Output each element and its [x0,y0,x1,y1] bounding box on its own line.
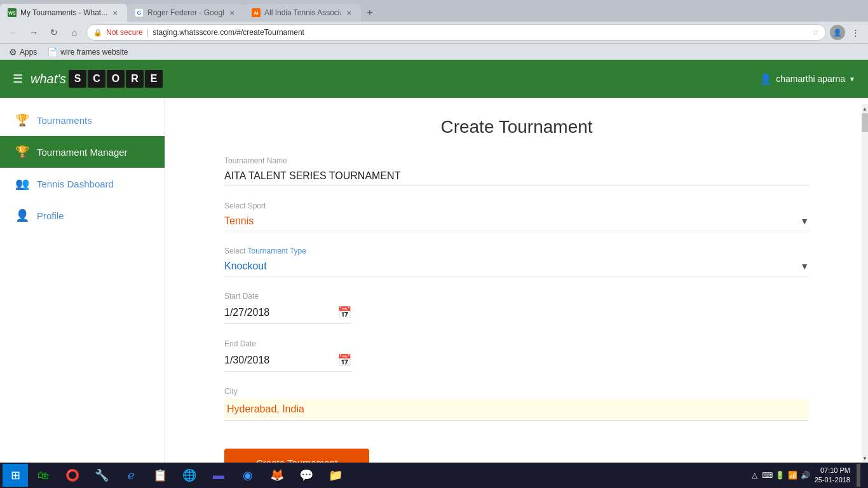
wireframes-bookmark[interactable]: 📄 wire frames website [43,46,132,58]
bookmarks-bar: ⚙ Apps 📄 wire frames website [0,43,868,60]
taskbar: ⊞ 🛍 ⭕ 🔧 ℯ 📋 🌐 ▬ ◉ 🦊 💬 [0,463,868,484]
end-date-label: End Date [224,339,809,348]
tab-label-3: All India Tennis Associati... [264,8,341,17]
taskbar-firefox-icon[interactable]: 🦊 [263,464,291,484]
reload-button[interactable]: ↻ [46,24,62,41]
city-value[interactable]: Hyderabad, India [224,398,809,421]
back-button[interactable]: ← [5,24,22,41]
logo-score: S C O R E [69,70,163,88]
sidebar-item-tournaments[interactable]: 🏆 Tournaments [0,104,165,136]
taskbar-app2-icon[interactable]: ◉ [234,464,262,484]
sport-select-wrapper[interactable]: Tennis ▼ [224,213,809,231]
end-date-value[interactable]: 1/30/2018 [224,355,337,366]
forward-button[interactable]: → [25,24,42,41]
sidebar-item-profile[interactable]: 👤 Profile [0,200,165,231]
sidebar-label-tennis-dashboard: Tennis Dashboard [37,179,114,189]
user-menu[interactable]: 👤 chamarthi aparna ▼ [759,73,855,85]
tab-close-2[interactable]: ✕ [227,8,236,17]
sidebar-label-tournaments: Tournaments [37,115,92,126]
top-nav: ☰ what's S C O R E 👤 chamarthi aparna ▼ [0,60,868,98]
chrome-icon: 🌐 [182,468,196,482]
show-desktop-button[interactable] [857,464,860,484]
main-layout: 🏆 Tournaments 🏆 Tournament Manager 👥 Ten… [0,98,868,484]
url-separator: | [147,28,149,37]
taskbar-opera-icon[interactable]: ⭕ [58,464,86,484]
logo-e: E [145,70,163,88]
not-secure-label: Not secure [106,28,143,37]
extensions-icon[interactable]: ⋮ [848,25,863,40]
taskbar-store-icon[interactable]: 🛍 [29,464,57,484]
taskbar-clip-icon[interactable]: 📋 [146,464,174,484]
tournaments-icon: 🏆 [15,113,29,127]
user-icon: 👤 [759,73,772,85]
end-date-calendar-icon[interactable]: 📅 [337,353,351,367]
wireframes-label: wire frames website [60,48,128,57]
tournament-name-label: Tournament Name [224,156,809,165]
tab-google[interactable]: G Roger Federer - Google... ✕ [127,4,244,22]
start-button[interactable]: ⊞ [3,464,28,484]
taskbar-folder-icon[interactable]: 📁 [322,464,349,484]
scrollbar[interactable]: ▲ ▼ [862,104,868,463]
hamburger-menu[interactable]: ☰ [13,73,23,85]
sidebar-item-tennis-dashboard[interactable]: 👥 Tennis Dashboard [0,168,165,200]
tab-favicon-1: WS [8,8,17,17]
city-field: City Hyderabad, India [224,387,809,421]
tab-close-3[interactable]: ✕ [344,8,353,17]
bookmark-star-icon[interactable]: ☆ [812,28,819,37]
taskbar-clock[interactable]: 07:10 PM 25-01-2018 [815,466,850,484]
taskbar-app1-icon[interactable]: ▬ [205,464,233,484]
tab-label-1: My Tournaments - What... [20,8,107,17]
logo-r: R [126,70,144,88]
tournament-manager-icon: 🏆 [15,145,29,159]
taskbar-icons: 🛍 ⭕ 🔧 ℯ 📋 🌐 ▬ ◉ 🦊 💬 📁 [29,464,743,484]
opera-icon: ⭕ [65,468,79,482]
taskbar-right: △ ⌨ 🔋 📶 🔊 07:10 PM 25-01-2018 [745,464,865,484]
start-date-wrapper: 1/27/2018 📅 [224,303,351,324]
sidebar-label-profile: Profile [37,210,64,221]
taskbar-tool-icon[interactable]: 🔧 [88,464,116,484]
taskbar-chrome-icon[interactable]: 🌐 [175,464,203,484]
sport-select-value: Tennis [224,215,800,227]
end-date-field: End Date 1/30/2018 📅 [224,339,809,372]
home-button[interactable]: ⌂ [66,24,83,41]
folder-icon: 📁 [329,468,342,482]
scroll-thumb[interactable] [862,113,868,132]
taskbar-skype-icon[interactable]: 💬 [292,464,320,484]
browser-tabs-bar: WS My Tournaments - What... ✕ G Roger Fe… [0,0,868,22]
new-tab-button[interactable]: + [361,4,379,22]
firefox-icon: 🦊 [270,468,284,482]
url-text: staging.whatsscore.com/#/createTournamen… [153,28,304,37]
tab-india-tennis[interactable]: AI All India Tennis Associati... ✕ [244,4,361,22]
system-tray: △ ⌨ 🔋 📶 🔊 [750,470,811,480]
user-name: chamarthi aparna [776,74,845,84]
start-date-calendar-icon[interactable]: 📅 [337,306,351,320]
page-title: Create Tournament [165,98,868,150]
store-icon: 🛍 [37,469,49,482]
sidebar-item-tournament-manager[interactable]: 🏆 Tournament Manager [0,136,165,168]
start-date-field: Start Date 1/27/2018 📅 [224,292,809,324]
tool-icon: 🔧 [95,468,109,482]
scroll-up-arrow[interactable]: ▲ [862,104,868,113]
taskbar-ie-icon[interactable]: ℯ [117,464,145,484]
start-date-value[interactable]: 1/27/2018 [224,307,337,318]
tournament-name-value[interactable]: AITA TALENT SERIES TOURNAMENT [224,168,809,186]
tab-close-1[interactable]: ✕ [111,8,119,17]
app1-icon: ▬ [213,469,224,482]
apps-bookmark[interactable]: ⚙ Apps [5,46,41,58]
tab-favicon-3: AI [252,8,261,17]
user-profile-icon[interactable]: 👤 [830,25,845,40]
user-dropdown-arrow: ▼ [849,76,855,83]
browser-chrome: WS My Tournaments - What... ✕ G Roger Fe… [0,0,868,60]
tray-up-arrow[interactable]: △ [750,470,760,480]
address-bar[interactable]: 🔒 Not secure | staging.whatsscore.com/#/… [86,24,826,41]
select-type-label: Select Tournament Type [224,247,809,255]
taskbar-time-value: 07:10 PM [815,466,850,475]
ie-icon: ℯ [128,468,135,482]
type-dropdown-arrow: ▼ [800,261,809,271]
tournament-name-field: Tournament Name AITA TALENT SERIES TOURN… [224,156,809,186]
type-select-wrapper[interactable]: Knockout ▼ [224,258,809,276]
sport-dropdown-arrow: ▼ [800,216,809,226]
tab-my-tournaments[interactable]: WS My Tournaments - What... ✕ [0,4,127,22]
scroll-down-arrow[interactable]: ▼ [862,454,868,463]
profile-icon: 👤 [15,208,29,222]
